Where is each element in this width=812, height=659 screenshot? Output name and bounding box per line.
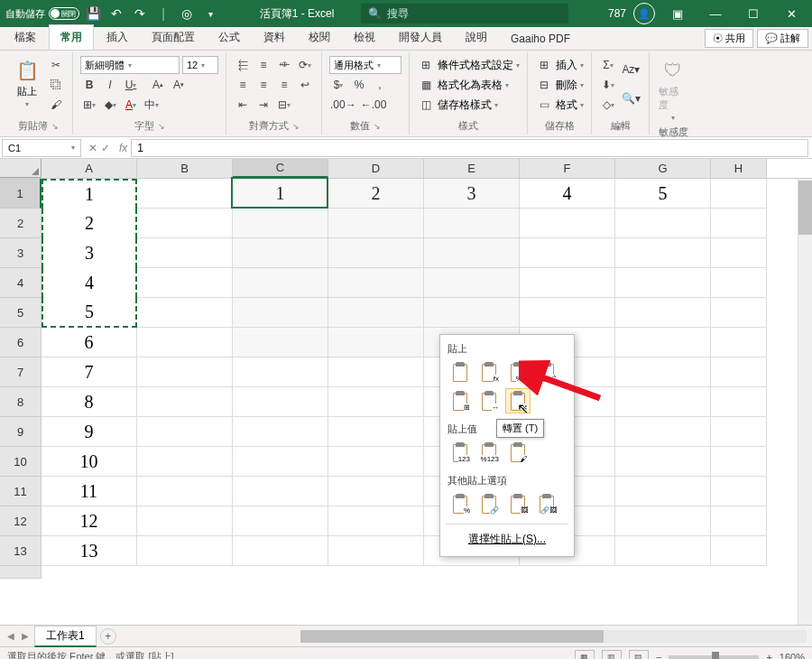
cell[interactable] xyxy=(233,328,328,357)
cell[interactable]: 11 xyxy=(42,477,137,506)
cell[interactable]: 4 xyxy=(520,179,615,209)
col-header[interactable]: B xyxy=(137,159,233,178)
align-left-icon[interactable]: ≡ xyxy=(234,76,252,94)
row-header[interactable]: 13 xyxy=(0,536,42,566)
dialog-launcher-icon[interactable]: ↘ xyxy=(51,122,59,131)
tab-view[interactable]: 檢視 xyxy=(343,25,386,50)
cell[interactable]: 5 xyxy=(615,179,711,209)
cancel-formula-icon[interactable]: ✕ xyxy=(88,142,97,154)
orientation-icon[interactable]: ⟳ ▾ xyxy=(296,56,314,74)
paste-keep-source-icon[interactable]: 🖌 xyxy=(534,359,559,385)
cell[interactable] xyxy=(328,417,424,447)
cell[interactable] xyxy=(711,298,767,328)
col-header[interactable]: H xyxy=(711,159,767,178)
zoom-in-icon[interactable]: + xyxy=(766,652,771,660)
decrease-decimal-icon[interactable]: ←.00 xyxy=(360,96,388,114)
row-header[interactable]: 1 xyxy=(0,179,42,209)
cell[interactable]: 10 xyxy=(42,447,137,477)
paste-values-icon[interactable]: 123 xyxy=(448,440,473,465)
dialog-launcher-icon[interactable]: ↘ xyxy=(292,122,300,131)
row-header[interactable]: 10 xyxy=(0,447,42,477)
cell[interactable] xyxy=(328,328,424,357)
cell[interactable] xyxy=(711,328,767,357)
cell[interactable] xyxy=(711,179,767,209)
search-box[interactable]: 🔍 搜尋 xyxy=(361,4,568,23)
cell[interactable] xyxy=(328,536,424,566)
cell[interactable] xyxy=(711,477,767,506)
row-header[interactable]: 2 xyxy=(0,209,42,238)
paste-special-link[interactable]: 選擇性貼上(S)... xyxy=(440,526,574,552)
fill-color-icon[interactable]: ◆ ▾ xyxy=(101,96,119,114)
col-header[interactable]: D xyxy=(328,159,424,178)
cell[interactable] xyxy=(233,387,328,417)
underline-button[interactable]: U ▾ xyxy=(122,76,140,94)
format-table-button[interactable]: ▦格式化為表格 ▾ xyxy=(417,76,520,94)
paste-link-icon[interactable]: 🔗 xyxy=(476,491,502,516)
normal-view-icon[interactable]: ▦ xyxy=(575,650,595,660)
increase-indent-icon[interactable]: ⇥ xyxy=(254,96,272,114)
bold-button[interactable]: B xyxy=(80,76,98,94)
paste-formulas-number-icon[interactable]: %fx xyxy=(505,359,531,385)
autosave-toggle[interactable]: 自動儲存 關閉 xyxy=(5,7,79,21)
dialog-launcher-icon[interactable]: ↘ xyxy=(158,122,165,131)
cell[interactable] xyxy=(615,328,711,357)
cell[interactable] xyxy=(615,357,711,387)
align-bottom-icon[interactable]: ⬲ xyxy=(275,56,293,74)
page-break-view-icon[interactable]: ▤ xyxy=(629,650,649,660)
row-header[interactable]: 7 xyxy=(0,357,42,387)
col-header[interactable]: C xyxy=(233,159,328,178)
cell[interactable] xyxy=(711,506,767,536)
add-sheet-button[interactable]: + xyxy=(100,628,116,645)
cell[interactable] xyxy=(520,298,615,328)
cell[interactable] xyxy=(520,238,615,268)
row-header[interactable]: 8 xyxy=(0,387,42,417)
insert-cells-button[interactable]: ⊞插入 ▾ xyxy=(535,56,584,74)
cell[interactable] xyxy=(615,268,711,298)
cell[interactable]: 13 xyxy=(42,536,137,566)
cell[interactable] xyxy=(137,536,233,566)
formula-bar[interactable]: 1 xyxy=(131,139,808,157)
grow-font-icon[interactable]: A▴ xyxy=(149,76,167,94)
cell[interactable] xyxy=(615,417,711,447)
format-painter-icon[interactable]: 🖌 xyxy=(47,96,65,114)
cell[interactable]: 1 xyxy=(42,179,137,209)
row-header[interactable]: 9 xyxy=(0,417,42,447)
cell[interactable] xyxy=(615,477,711,506)
cell[interactable] xyxy=(137,357,233,387)
cell[interactable] xyxy=(233,536,328,566)
clear-icon[interactable]: ◇ ▾ xyxy=(599,96,617,114)
cell[interactable] xyxy=(233,209,328,238)
cell[interactable] xyxy=(137,506,233,536)
tab-file[interactable]: 檔案 xyxy=(4,25,47,50)
cell[interactable]: 9 xyxy=(42,417,137,447)
minimize-icon[interactable]: — xyxy=(700,4,731,23)
tab-developer[interactable]: 開發人員 xyxy=(388,25,453,50)
font-name-combo[interactable]: 新細明體▾ xyxy=(80,56,180,74)
cell[interactable] xyxy=(328,447,424,477)
tab-home[interactable]: 常用 xyxy=(49,24,94,50)
cell[interactable] xyxy=(615,447,711,477)
cell[interactable] xyxy=(233,298,328,328)
cell[interactable] xyxy=(137,209,233,238)
tab-review[interactable]: 校閱 xyxy=(298,25,341,50)
paste-keep-widths-icon[interactable]: ↔ xyxy=(476,388,502,413)
row-header[interactable]: 11 xyxy=(0,477,42,506)
ribbon-display-icon[interactable]: ▣ xyxy=(662,4,693,23)
page-layout-view-icon[interactable]: ▥ xyxy=(602,650,622,660)
paste-formulas-icon[interactable]: fx xyxy=(476,359,502,385)
cell[interactable] xyxy=(328,209,424,238)
sensitivity-button[interactable]: 🛡 敏感度▾ xyxy=(657,56,689,124)
cell[interactable]: 2 xyxy=(42,209,137,238)
sheet-nav-prev-icon[interactable]: ◀ xyxy=(5,631,16,641)
save-icon[interactable]: 💾 xyxy=(83,4,103,23)
row-header[interactable]: 12 xyxy=(0,506,42,536)
format-cells-button[interactable]: ▭格式 ▾ xyxy=(535,96,584,114)
row-header[interactable]: 4 xyxy=(0,268,42,298)
cell[interactable] xyxy=(711,209,767,238)
cell[interactable] xyxy=(137,179,233,209)
font-color-icon[interactable]: A ▾ xyxy=(122,96,140,114)
cell[interactable] xyxy=(615,238,711,268)
cell[interactable] xyxy=(520,268,615,298)
align-middle-icon[interactable]: ≡ xyxy=(254,56,272,74)
autosum-icon[interactable]: Σ ▾ xyxy=(599,56,617,74)
